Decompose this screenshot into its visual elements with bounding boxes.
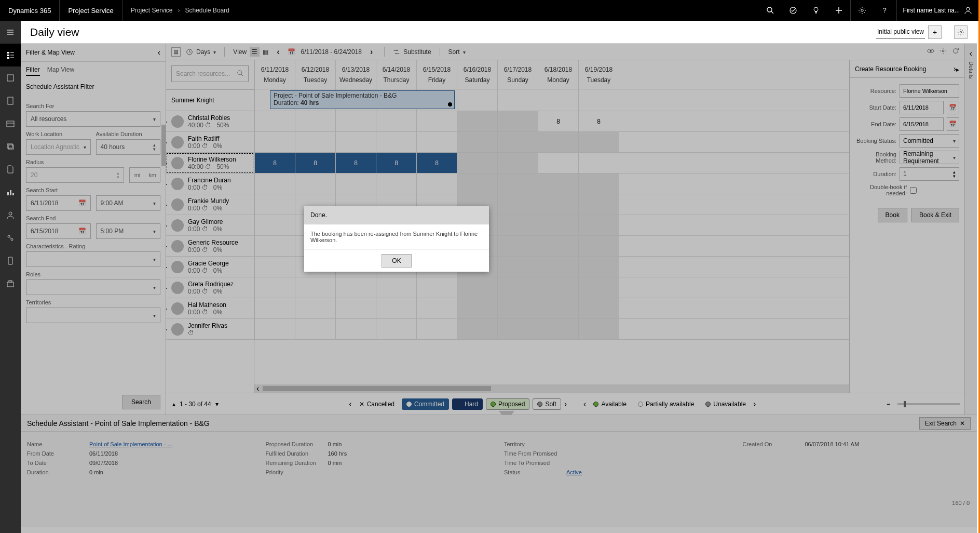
characteristics-select[interactable]	[26, 251, 160, 267]
chip-unavailable[interactable]: Unavailable	[701, 398, 750, 410]
pin-icon[interactable]: ▸	[166, 326, 167, 333]
calendar-cell[interactable]	[335, 277, 376, 298]
calendar-cell[interactable]	[335, 298, 376, 318]
calendar-cell[interactable]: 8	[416, 153, 457, 173]
calendar-cell[interactable]	[578, 298, 619, 318]
work-location-select[interactable]: Location Agnostic	[26, 139, 91, 155]
resource-row[interactable]: ▸ Florine Wilkerson40:00 ⏱50%	[166, 153, 254, 174]
calendar-cell[interactable]	[416, 111, 457, 131]
rail-briefcase-icon[interactable]	[0, 272, 21, 295]
radius-unit-toggle[interactable]: mikm	[129, 167, 160, 183]
search-end-time[interactable]: 5:00 PM	[96, 223, 161, 239]
pin-icon[interactable]: ▸	[166, 118, 167, 125]
calendar-cell[interactable]	[578, 257, 619, 277]
substitute-button[interactable]: Substitute	[393, 48, 431, 56]
breadcrumb-item[interactable]: Schedule Board	[185, 7, 229, 14]
calendar-cell[interactable]	[295, 111, 335, 131]
chip-committed[interactable]: Committed	[402, 398, 449, 410]
calendar-cell[interactable]	[254, 111, 295, 131]
calendar-cell[interactable]	[497, 236, 538, 256]
calendar-cell[interactable]	[416, 298, 457, 318]
app-name[interactable]: Project Service	[60, 0, 122, 21]
collapse-filter-icon[interactable]	[158, 48, 160, 57]
add-icon[interactable]	[827, 0, 850, 21]
calendar-cell[interactable]	[538, 194, 578, 215]
calendar-cell[interactable]	[457, 319, 497, 339]
search-start-date[interactable]: 6/11/2018📅	[26, 195, 91, 211]
refresh-icon[interactable]	[952, 47, 959, 56]
view-grid-icon[interactable]: ▦	[263, 48, 268, 56]
calendar-cell[interactable]	[376, 174, 416, 194]
chip-soft[interactable]: Soft	[533, 398, 561, 410]
start-date-field[interactable]: 6/11/2018	[900, 101, 944, 114]
view-list-icon[interactable]: ☰	[250, 47, 260, 57]
pin-icon[interactable]: ▸	[166, 222, 167, 229]
expand-grid-icon[interactable]: ⊞	[171, 47, 181, 57]
calendar-cell[interactable]	[497, 215, 538, 235]
booking-status-select[interactable]: Committed	[900, 134, 959, 148]
calendar-cell[interactable]	[254, 174, 295, 194]
calendar-cell[interactable]	[538, 277, 578, 298]
calendar-cell[interactable]	[254, 132, 295, 152]
add-tab-button[interactable]	[928, 25, 942, 39]
calendar-cell[interactable]	[295, 319, 335, 339]
booking-block[interactable]: Project - Point of Sale Implementation -…	[270, 90, 455, 109]
rail-calendar-icon[interactable]	[0, 112, 21, 135]
calendar-cell[interactable]	[335, 174, 376, 194]
search-icon[interactable]	[759, 0, 782, 21]
calendar-cell[interactable]	[457, 277, 497, 298]
calendar-cell[interactable]	[578, 215, 619, 235]
avail-prev[interactable]	[583, 399, 586, 409]
calendar-cell[interactable]	[538, 236, 578, 256]
calendar-cell[interactable]	[578, 319, 619, 339]
calendar-picker-icon[interactable]: 📅	[288, 48, 295, 56]
calendar-cell[interactable]	[254, 236, 295, 256]
calendar-cell[interactable]	[457, 174, 497, 194]
territories-select[interactable]	[26, 308, 160, 323]
calendar-cell[interactable]	[457, 153, 497, 173]
resource-row[interactable]: ▸ Hal Matheson0:00 ⏱0%	[166, 298, 254, 319]
double-book-checkbox[interactable]	[910, 187, 917, 194]
calendar-cell[interactable]	[497, 153, 538, 173]
zoom-slider[interactable]	[897, 403, 960, 405]
calendar-cell[interactable]	[295, 132, 335, 152]
calendar-cell[interactable]	[497, 257, 538, 277]
calendar-cell[interactable]	[254, 194, 295, 215]
pager-up-icon[interactable]: ▴	[172, 401, 175, 408]
tab-filter[interactable]: Filter	[26, 66, 40, 76]
calendar-cell[interactable]	[497, 277, 538, 298]
calendar-cell[interactable]	[457, 132, 497, 152]
exit-search-button[interactable]: Exit Search✕	[919, 417, 971, 430]
bulb-icon[interactable]	[805, 0, 827, 21]
calendar-cell[interactable]	[335, 132, 376, 152]
chip-partially-available[interactable]: Partially available	[634, 398, 698, 410]
book-exit-button[interactable]: Book & Exit	[911, 208, 959, 222]
breadcrumb-item[interactable]: Project Service	[131, 7, 173, 14]
sort-dropdown[interactable]: Sort	[448, 48, 466, 56]
pin-icon[interactable]: ▸	[166, 159, 167, 167]
calendar-cell[interactable]	[538, 132, 578, 152]
calendar-cell[interactable]	[538, 298, 578, 318]
calendar-cell[interactable]	[538, 319, 578, 339]
calendar-cell[interactable]	[497, 174, 538, 194]
pin-icon[interactable]: ▸	[166, 201, 167, 208]
status-link[interactable]: Active	[566, 469, 582, 475]
calendar-cell[interactable]	[295, 298, 335, 318]
calendar-cell[interactable]: 8	[335, 153, 376, 173]
calendar-cell[interactable]	[497, 298, 538, 318]
calendar-cell[interactable]: 8	[376, 153, 416, 173]
chip-hard[interactable]: Hard	[452, 398, 483, 410]
rail-item[interactable]	[0, 66, 21, 89]
details-rail[interactable]: Details	[964, 44, 977, 415]
gear-icon[interactable]	[851, 0, 874, 21]
available-duration-stepper[interactable]: 40 hours▴▾	[96, 139, 161, 155]
calendar-cell[interactable]	[578, 236, 619, 256]
calendar-cell[interactable]	[254, 298, 295, 318]
calendar-cell[interactable]	[497, 319, 538, 339]
calendar-cell[interactable]	[538, 153, 578, 173]
resource-row[interactable]: ▸ Gracie George0:00 ⏱0%	[166, 257, 254, 277]
calendar-cell[interactable]	[578, 174, 619, 194]
calendar-cell[interactable]: 8	[254, 153, 295, 173]
rail-stack-icon[interactable]	[0, 135, 21, 158]
search-button[interactable]: Search	[122, 395, 160, 409]
